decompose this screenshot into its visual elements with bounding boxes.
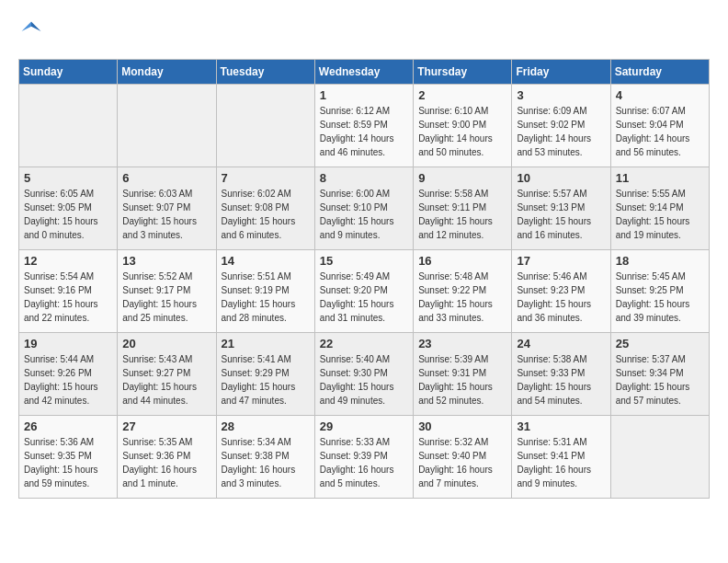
calendar-cell: 9Sunrise: 5:58 AMSunset: 9:11 PMDaylight… [414, 167, 512, 250]
day-number: 6 [122, 171, 210, 185]
day-number: 23 [418, 337, 506, 350]
day-number: 1 [320, 88, 408, 102]
calendar-cell [19, 85, 118, 167]
calendar-cell: 5Sunrise: 6:05 AMSunset: 9:05 PMDaylight… [19, 167, 118, 250]
day-number: 24 [517, 337, 605, 350]
day-info: Sunrise: 6:02 AMSunset: 9:08 PMDaylight:… [222, 187, 310, 242]
day-number: 2 [418, 88, 506, 102]
calendar-table: SundayMondayTuesdayWednesdayThursdayFrid… [18, 59, 710, 499]
calendar-cell: 2Sunrise: 6:10 AMSunset: 9:00 PMDaylight… [414, 85, 512, 167]
page-header [18, 18, 710, 44]
calendar-cell: 13Sunrise: 5:52 AMSunset: 9:17 PMDayligh… [118, 250, 216, 333]
day-number: 28 [222, 419, 310, 433]
day-info: Sunrise: 5:38 AMSunset: 9:33 PMDaylight:… [517, 352, 605, 408]
day-info: Sunrise: 6:10 AMSunset: 9:00 PMDaylight:… [418, 104, 506, 159]
day-info: Sunrise: 5:48 AMSunset: 9:22 PMDaylight:… [418, 270, 506, 325]
day-number: 27 [122, 419, 210, 433]
day-info: Sunrise: 5:34 AMSunset: 9:38 PMDaylight:… [222, 435, 310, 490]
weekday-header-tuesday: Tuesday [216, 60, 314, 85]
day-info: Sunrise: 5:49 AMSunset: 9:20 PMDaylight:… [320, 270, 408, 325]
weekday-header-saturday: Saturday [610, 60, 709, 85]
calendar-cell: 28Sunrise: 5:34 AMSunset: 9:38 PMDayligh… [216, 416, 314, 499]
day-info: Sunrise: 5:33 AMSunset: 9:39 PMDaylight:… [320, 435, 408, 490]
day-number: 4 [616, 88, 704, 102]
day-info: Sunrise: 6:00 AMSunset: 9:10 PMDaylight:… [320, 187, 408, 242]
calendar-header-row: SundayMondayTuesdayWednesdayThursdayFrid… [19, 60, 710, 85]
day-info: Sunrise: 5:58 AMSunset: 9:11 PMDaylight:… [418, 187, 506, 242]
day-info: Sunrise: 5:37 AMSunset: 9:34 PMDaylight:… [616, 352, 704, 408]
day-info: Sunrise: 6:12 AMSunset: 8:59 PMDaylight:… [320, 104, 408, 159]
day-info: Sunrise: 5:35 AMSunset: 9:36 PMDaylight:… [122, 435, 210, 490]
day-info: Sunrise: 5:45 AMSunset: 9:25 PMDaylight:… [616, 270, 704, 325]
calendar-cell: 1Sunrise: 6:12 AMSunset: 8:59 PMDaylight… [314, 85, 413, 167]
day-number: 20 [122, 337, 210, 350]
calendar-cell: 25Sunrise: 5:37 AMSunset: 9:34 PMDayligh… [610, 333, 709, 416]
day-number: 3 [517, 88, 605, 102]
calendar-week-5: 26Sunrise: 5:36 AMSunset: 9:35 PMDayligh… [19, 416, 710, 499]
day-number: 11 [616, 171, 704, 185]
calendar-cell: 20Sunrise: 5:43 AMSunset: 9:27 PMDayligh… [118, 333, 216, 416]
day-number: 22 [320, 337, 408, 350]
calendar-week-3: 12Sunrise: 5:54 AMSunset: 9:16 PMDayligh… [19, 250, 710, 333]
calendar-cell: 26Sunrise: 5:36 AMSunset: 9:35 PMDayligh… [19, 416, 118, 499]
day-info: Sunrise: 5:43 AMSunset: 9:27 PMDaylight:… [122, 352, 210, 408]
calendar-cell: 10Sunrise: 5:57 AMSunset: 9:13 PMDayligh… [512, 167, 610, 250]
logo-icon [18, 18, 44, 44]
calendar-cell: 16Sunrise: 5:48 AMSunset: 9:22 PMDayligh… [414, 250, 512, 333]
day-info: Sunrise: 6:03 AMSunset: 9:07 PMDaylight:… [122, 187, 210, 242]
day-info: Sunrise: 5:46 AMSunset: 9:23 PMDaylight:… [517, 270, 605, 325]
calendar-cell: 3Sunrise: 6:09 AMSunset: 9:02 PMDaylight… [512, 85, 610, 167]
day-info: Sunrise: 5:57 AMSunset: 9:13 PMDaylight:… [517, 187, 605, 242]
calendar-cell: 18Sunrise: 5:45 AMSunset: 9:25 PMDayligh… [610, 250, 709, 333]
day-number: 26 [24, 419, 112, 433]
day-number: 25 [616, 337, 704, 350]
logo [18, 18, 48, 44]
day-number: 14 [222, 254, 310, 268]
calendar-cell: 14Sunrise: 5:51 AMSunset: 9:19 PMDayligh… [216, 250, 314, 333]
calendar-week-4: 19Sunrise: 5:44 AMSunset: 9:26 PMDayligh… [19, 333, 710, 416]
weekday-header-monday: Monday [118, 60, 216, 85]
calendar-cell: 6Sunrise: 6:03 AMSunset: 9:07 PMDaylight… [118, 167, 216, 250]
calendar-week-1: 1Sunrise: 6:12 AMSunset: 8:59 PMDaylight… [19, 85, 710, 167]
day-number: 16 [418, 254, 506, 268]
calendar-cell: 23Sunrise: 5:39 AMSunset: 9:31 PMDayligh… [414, 333, 512, 416]
calendar-cell [610, 416, 709, 499]
day-number: 15 [320, 254, 408, 268]
day-number: 29 [320, 419, 408, 433]
calendar-cell: 19Sunrise: 5:44 AMSunset: 9:26 PMDayligh… [19, 333, 118, 416]
day-number: 18 [616, 254, 704, 268]
calendar-cell: 11Sunrise: 5:55 AMSunset: 9:14 PMDayligh… [610, 167, 709, 250]
calendar-cell: 15Sunrise: 5:49 AMSunset: 9:20 PMDayligh… [314, 250, 413, 333]
day-info: Sunrise: 5:41 AMSunset: 9:29 PMDaylight:… [222, 352, 310, 408]
calendar-cell: 24Sunrise: 5:38 AMSunset: 9:33 PMDayligh… [512, 333, 610, 416]
calendar-cell [118, 85, 216, 167]
day-number: 10 [517, 171, 605, 185]
svg-marker-0 [31, 22, 41, 32]
svg-marker-1 [22, 22, 32, 32]
weekday-header-sunday: Sunday [19, 60, 118, 85]
calendar-week-2: 5Sunrise: 6:05 AMSunset: 9:05 PMDaylight… [19, 167, 710, 250]
day-info: Sunrise: 5:54 AMSunset: 9:16 PMDaylight:… [24, 270, 112, 325]
day-number: 30 [418, 419, 506, 433]
day-number: 19 [24, 337, 112, 350]
day-number: 5 [24, 171, 112, 185]
day-info: Sunrise: 6:09 AMSunset: 9:02 PMDaylight:… [517, 104, 605, 159]
calendar-cell [216, 85, 314, 167]
day-info: Sunrise: 5:39 AMSunset: 9:31 PMDaylight:… [418, 352, 506, 408]
day-info: Sunrise: 5:55 AMSunset: 9:14 PMDaylight:… [616, 187, 704, 242]
day-info: Sunrise: 5:32 AMSunset: 9:40 PMDaylight:… [418, 435, 506, 490]
day-info: Sunrise: 5:31 AMSunset: 9:41 PMDaylight:… [517, 435, 605, 490]
day-number: 13 [122, 254, 210, 268]
calendar-cell: 30Sunrise: 5:32 AMSunset: 9:40 PMDayligh… [414, 416, 512, 499]
calendar-cell: 4Sunrise: 6:07 AMSunset: 9:04 PMDaylight… [610, 85, 709, 167]
calendar-cell: 21Sunrise: 5:41 AMSunset: 9:29 PMDayligh… [216, 333, 314, 416]
day-info: Sunrise: 5:36 AMSunset: 9:35 PMDaylight:… [24, 435, 112, 490]
calendar-cell: 27Sunrise: 5:35 AMSunset: 9:36 PMDayligh… [118, 416, 216, 499]
calendar-cell: 31Sunrise: 5:31 AMSunset: 9:41 PMDayligh… [512, 416, 610, 499]
day-info: Sunrise: 5:51 AMSunset: 9:19 PMDaylight:… [222, 270, 310, 325]
calendar-cell: 17Sunrise: 5:46 AMSunset: 9:23 PMDayligh… [512, 250, 610, 333]
day-info: Sunrise: 5:40 AMSunset: 9:30 PMDaylight:… [320, 352, 408, 408]
weekday-header-thursday: Thursday [414, 60, 512, 85]
day-number: 9 [418, 171, 506, 185]
day-number: 7 [222, 171, 310, 185]
